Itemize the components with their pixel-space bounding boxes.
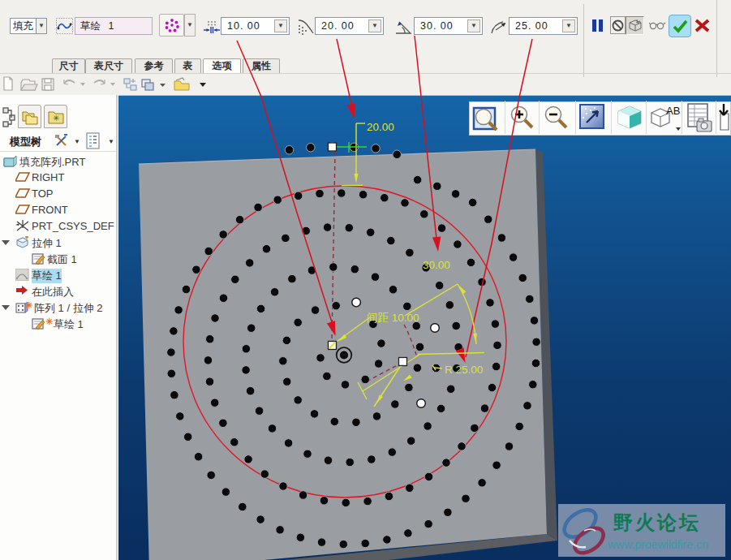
svg-text:R 25.00: R 25.00 xyxy=(445,364,483,376)
svg-text:30.00: 30.00 xyxy=(423,259,450,271)
svg-text:20.00: 20.00 xyxy=(367,121,394,133)
svg-text:间距 10.00: 间距 10.00 xyxy=(367,312,419,324)
